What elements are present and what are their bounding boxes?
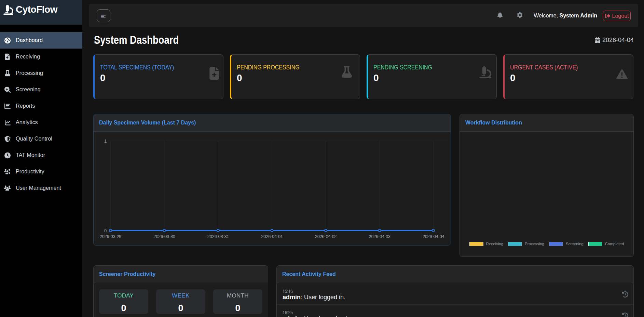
svg-text:2026-04-01: 2026-04-01 xyxy=(261,234,283,239)
svg-text:2026-04-04: 2026-04-04 xyxy=(423,234,444,239)
svg-text:2026-03-31: 2026-03-31 xyxy=(207,234,229,239)
svg-text:0: 0 xyxy=(104,228,107,233)
svg-text:2026-03-30: 2026-03-30 xyxy=(153,234,175,239)
svg-text:2026-03-29: 2026-03-29 xyxy=(100,234,122,239)
svg-text:2026-04-03: 2026-04-03 xyxy=(369,234,390,239)
svg-text:1: 1 xyxy=(104,138,107,144)
svg-text:2026-04-02: 2026-04-02 xyxy=(315,234,337,239)
